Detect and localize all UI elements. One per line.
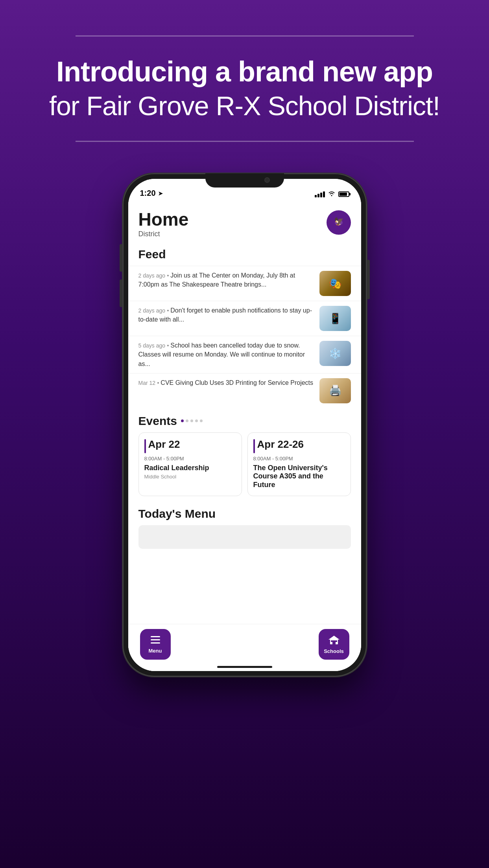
svg-rect-8: [332, 640, 336, 644]
dot-3: [190, 419, 193, 422]
svg-marker-7: [328, 636, 340, 640]
app-subtitle: District: [138, 230, 189, 238]
svg-rect-9: [331, 640, 332, 642]
event-date: Apr 22-26: [257, 439, 304, 449]
svg-rect-5: [151, 642, 160, 644]
app-title: Home: [138, 210, 189, 228]
schools-nav-button[interactable]: Schools: [319, 629, 349, 660]
front-camera: [264, 177, 270, 183]
signal-icon: [315, 191, 325, 197]
svg-text:🦅: 🦅: [334, 217, 343, 226]
bottom-divider: [76, 141, 414, 142]
menu-nav-label: Menu: [149, 648, 162, 654]
svg-rect-4: [151, 639, 160, 640]
event-location: Middle School: [144, 474, 236, 480]
feed-thumbnail: 📱: [319, 306, 351, 331]
top-divider: [76, 35, 414, 37]
app-header: Home District 🦅: [128, 201, 361, 245]
event-name: Radical Leadership: [144, 464, 236, 473]
feed-thumbnail: ❄️: [319, 341, 351, 366]
menu-icon: [151, 635, 160, 646]
feed-time: Mar 12: [138, 380, 156, 386]
events-header: Events: [128, 408, 361, 432]
event-accent-bar: [253, 439, 255, 453]
event-card-2[interactable]: Apr 22-26 8:00AM - 5:00PM The Open Unive…: [247, 432, 351, 496]
wifi-icon: [328, 191, 335, 198]
phone-screen: 1:20 ➤: [128, 179, 361, 671]
feed-section-label: Feed: [128, 245, 361, 266]
theater-icon: 🎭: [329, 278, 341, 290]
feed-item[interactable]: Mar 12 • CVE Giving Club Uses 3D Printin…: [128, 373, 361, 408]
app-content[interactable]: Home District 🦅 Feed: [128, 201, 361, 671]
feed-item[interactable]: 2 days ago • Don't forget to enable push…: [128, 301, 361, 336]
dot-5: [200, 419, 203, 422]
hero-line2: for Fair Grove R-X School District!: [49, 90, 440, 121]
phone-mockup: 1:20 ➤: [123, 173, 367, 677]
feed-thumbnail: 🖨️: [319, 378, 351, 403]
feed-time: 2 days ago: [138, 272, 166, 279]
school-logo[interactable]: 🦅: [327, 210, 351, 235]
feed-time: 2 days ago: [138, 307, 166, 314]
power-button: [367, 260, 370, 299]
schools-nav-label: Schools: [324, 648, 344, 654]
events-pagination: [181, 419, 203, 422]
event-accent-bar: [144, 439, 146, 453]
status-time: 1:20 ➤: [140, 189, 163, 198]
event-card-1[interactable]: Apr 22 8:00AM - 5:00PM Radical Leadershi…: [138, 432, 242, 496]
snow-icon: ❄️: [329, 348, 341, 360]
feed-thumbnail: 🎭: [319, 271, 351, 296]
tablet-icon: 📱: [329, 313, 341, 325]
menu-section-label: Today's Menu: [138, 507, 351, 520]
volume-up-button: [120, 244, 122, 272]
schools-icon: [328, 635, 340, 647]
events-row: Apr 22 8:00AM - 5:00PM Radical Leadershi…: [128, 432, 361, 502]
feed-item[interactable]: 2 days ago • Join us at The Center on Mo…: [128, 266, 361, 301]
home-indicator: [217, 666, 272, 668]
location-arrow-icon: ➤: [158, 190, 163, 197]
hero-section: Introducing a brand new app for Fair Gro…: [49, 56, 440, 121]
status-icons: [315, 191, 349, 198]
phone-notch: [205, 173, 284, 188]
dot-4: [195, 419, 198, 422]
svg-rect-3: [151, 636, 160, 637]
menu-nav-button[interactable]: Menu: [140, 629, 171, 660]
volume-down-button: [120, 280, 122, 307]
feed-text: CVE Giving Club Uses 3D Printing for Ser…: [161, 379, 313, 386]
eagle-icon: 🦅: [331, 214, 346, 232]
feed-time: 5 days ago: [138, 342, 166, 349]
battery-icon: [338, 191, 349, 197]
event-time: 8:00AM - 5:00PM: [144, 456, 236, 462]
bottom-spacer: [128, 549, 361, 600]
event-name: The Open University's Course A305 and th…: [253, 464, 345, 489]
dot-2: [186, 419, 188, 422]
feed-item[interactable]: 5 days ago • School has been cancelled t…: [128, 336, 361, 373]
hero-line1: Introducing a brand new app: [49, 56, 440, 87]
event-date: Apr 22: [148, 439, 180, 449]
menu-placeholder: [138, 525, 351, 549]
dot-1: [181, 419, 184, 422]
events-section-label: Events: [138, 414, 177, 428]
bottom-nav: Menu Schools: [128, 624, 361, 671]
printing-icon: 🖨️: [329, 384, 341, 397]
menu-section: Today's Menu: [128, 502, 361, 549]
svg-rect-10: [336, 640, 337, 642]
event-time: 8:00AM - 5:00PM: [253, 456, 345, 462]
